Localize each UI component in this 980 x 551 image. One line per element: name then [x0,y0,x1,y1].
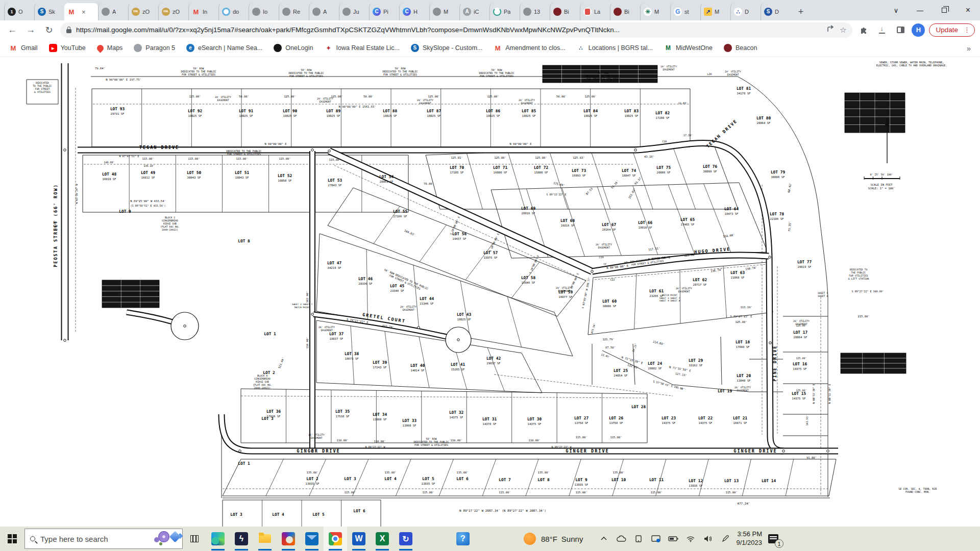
svg-text:125.44': 125.44' [553,182,565,187]
bookmark-item[interactable]: ∴Locations | BGRS tal... [577,44,653,52]
browser-tab[interactable]: 13 [520,3,550,20]
tab-label: In [203,9,207,15]
new-tab-button[interactable]: + [794,5,808,19]
svg-text:13980 SF: 13980 SF [373,418,387,421]
svg-text:20064 SF: 20064 SF [794,336,808,339]
start-button[interactable] [0,527,24,551]
browser-tab-active[interactable]: M× [64,3,98,20]
browser-tab[interactable]: do [218,3,249,20]
svg-text:LOT 52: LOT 52 [278,173,292,178]
bookmark-item[interactable]: ▶YouTube [49,44,86,52]
content-area[interactable]: TEGAN DRIVETEGAN DRIVEGRETEL COURTHUGO D… [0,57,980,527]
weather-widget[interactable]: 88°F Sunny [524,533,583,545]
taskbar-app-edge[interactable] [206,527,230,551]
address-bar[interactable]: https://mail.google.com/mail/u/0/?zx=xq2… [60,22,852,38]
pen-icon[interactable] [718,527,733,551]
bookmark-star-icon[interactable]: ☆ [840,26,846,35]
notification-center-button[interactable]: 1 [762,527,785,551]
browser-tab[interactable]: CPi [369,3,399,20]
browser-tab[interactable]: ✳M [640,3,670,20]
browser-tab[interactable]: Gst [670,3,700,20]
browser-tab[interactable]: ONEzO [158,3,188,20]
svg-text:14378 SF: 14378 SF [483,422,497,425]
close-button[interactable]: × [956,0,980,20]
chevron-up-icon[interactable] [596,527,611,551]
bookmark-item[interactable]: OneLogin [274,44,313,52]
bookmark-item[interactable]: Paragon 5 [134,44,175,52]
browser-tab[interactable]: Re [279,3,309,20]
cast-icon[interactable] [648,527,664,551]
browser-tab[interactable]: CH [399,3,429,20]
taskbar-app-file-explorer[interactable] [253,527,277,551]
taskbar-app-outlook[interactable] [300,527,324,551]
search-daily-image[interactable] [158,531,179,542]
bookmark-item[interactable]: eeSearch | Name Sea... [186,44,262,52]
excel-icon: X [376,532,389,545]
svg-text:13935 SF: 13935 SF [689,484,703,487]
svg-text:115.00': 115.00' [279,157,290,160]
svg-text:15800 SF: 15800 SF [534,171,549,174]
battery-icon[interactable] [666,527,681,551]
svg-text:121.79': 121.79' [602,338,614,341]
browser-tab[interactable]: MIn [188,3,218,20]
bookmark-item[interactable]: MMidWestOne [664,44,713,52]
bookmark-item[interactable]: SSkySlope - Custom... [411,44,482,52]
extensions-puzzle-icon[interactable] [856,23,871,37]
browser-tab[interactable]: Io [249,3,279,20]
onedrive-icon[interactable] [614,527,629,551]
lock-icon[interactable] [66,29,71,33]
svg-text:18847 SF: 18847 SF [622,174,636,177]
reload-button[interactable]: ↻ [42,23,56,37]
taskbar-app-chrome[interactable] [324,527,347,551]
browser-tab[interactable]: ONEzO [128,3,158,20]
browser-tab[interactable]: M [429,3,459,20]
back-button[interactable]: ← [5,23,19,37]
browser-menu-icon[interactable]: ⋮ [962,26,972,34]
skyslope-icon: S [411,44,419,52]
globe-icon [433,8,441,16]
taskbar-app-get-help[interactable]: ? [451,527,475,551]
browser-tab[interactable]: A [98,3,128,20]
taskbar-app-bolt[interactable]: ϟ [230,527,253,551]
restore-button[interactable] [932,0,956,20]
bookmark-item[interactable]: ✦Iowa Real Estate Lic... [325,44,400,52]
browser-tab[interactable]: Pa [489,3,520,20]
url-text[interactable]: https://mail.google.com/mail/u/0/?zx=xq2… [76,26,822,34]
browser-tab[interactable]: A [309,3,339,20]
browser-tab[interactable]: Bi [610,3,640,20]
taskbar-app-sync[interactable]: ↻ [394,527,418,551]
taskbar-clock[interactable]: 3:56 PM 9/1/2023 [736,530,762,547]
browser-tab[interactable]: AiC [459,3,489,20]
taskbar-app-microsoft-365[interactable] [277,527,300,551]
bookmarks-overflow-chevron[interactable]: » [967,44,971,53]
bookmark-item[interactable]: Beacon [724,44,757,52]
browser-menu-chevron-icon[interactable]: ∨ [884,0,908,20]
bookmark-item[interactable]: MAmendment to clos... [494,44,565,52]
device-icon[interactable] [631,527,646,551]
svg-text:50.00': 50.00' [363,95,374,98]
taskbar-app-excel[interactable]: X [371,527,394,551]
tab-close-icon[interactable]: × [82,8,86,16]
side-panel-icon[interactable] [893,23,908,37]
minimize-button[interactable]: — [908,0,932,20]
browser-tab[interactable]: Ju [339,3,369,20]
profile-avatar[interactable]: H [912,23,925,37]
bookmark-item[interactable]: Maps [97,44,123,52]
browser-tab[interactable]: ∴D [730,3,761,20]
download-icon[interactable] [875,23,889,37]
update-button[interactable]: Update ⋮ [929,23,975,37]
wifi-icon[interactable] [683,527,698,551]
browser-tab[interactable]: La [580,3,610,20]
taskbar-app-word[interactable]: W [347,527,371,551]
forward-button[interactable]: → [23,23,38,37]
volume-icon[interactable] [700,527,716,551]
browser-tab[interactable]: 1O [4,3,34,20]
share-icon[interactable] [827,25,835,35]
browser-tab[interactable]: SSk [34,3,64,20]
taskbar-search-input[interactable]: Type here to search [24,529,183,549]
browser-tab[interactable]: ↗M [700,3,730,20]
taskbar-app-task-view[interactable] [183,527,206,551]
bookmark-item[interactable]: MGmail [9,44,38,52]
browser-tab[interactable]: Bi [550,3,580,20]
browser-tab[interactable]: SD [761,3,791,20]
